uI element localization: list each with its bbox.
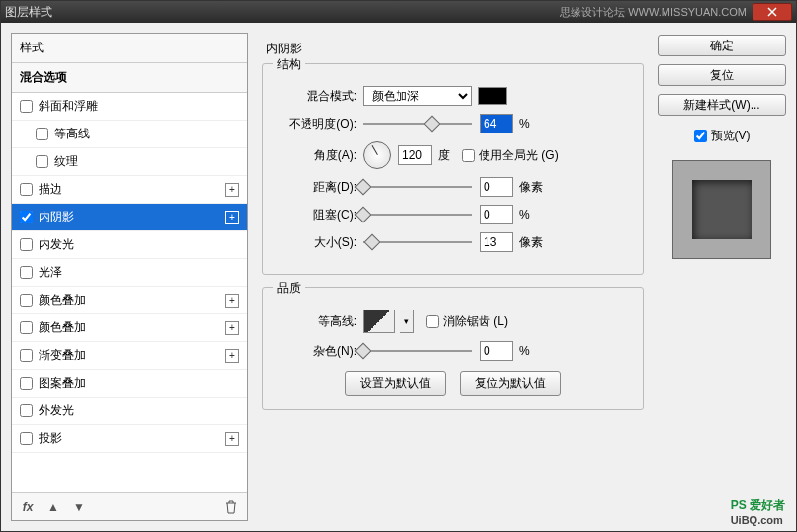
window-credit: 思缘设计论坛 WWW.MISSYUAN.COM	[560, 5, 747, 20]
style-checkbox[interactable]	[20, 211, 33, 223]
plus-icon[interactable]: +	[225, 349, 239, 363]
trash-icon[interactable]	[223, 499, 239, 515]
style-checkbox[interactable]	[20, 432, 33, 445]
distance-input[interactable]	[480, 177, 513, 197]
style-checkbox[interactable]	[20, 183, 33, 196]
style-checkbox[interactable]	[20, 377, 33, 390]
antialias-checkbox[interactable]	[426, 315, 439, 328]
blending-options[interactable]: 混合选项	[12, 63, 247, 93]
fx-label[interactable]: fx	[20, 499, 36, 515]
plus-icon[interactable]: +	[225, 294, 239, 308]
angle-input[interactable]	[398, 145, 432, 165]
style-item[interactable]: 内阴影+	[12, 204, 247, 231]
plus-icon[interactable]: +	[225, 432, 239, 446]
style-item-label: 投影	[39, 430, 225, 447]
preview-box	[672, 160, 771, 259]
global-light-label: 使用全局光 (G)	[479, 147, 559, 164]
style-checkbox[interactable]	[36, 155, 48, 168]
titlebar: 图层样式 思缘设计论坛 WWW.MISSYUAN.COM	[1, 1, 796, 23]
style-item[interactable]: 光泽	[12, 259, 247, 287]
choke-unit: %	[519, 208, 530, 222]
style-item[interactable]: 描边+	[12, 176, 247, 204]
style-item-label: 斜面和浮雕	[39, 98, 239, 115]
style-checkbox[interactable]	[36, 128, 48, 140]
style-checkbox[interactable]	[20, 266, 33, 279]
style-list: 斜面和浮雕等高线纹理描边+内阴影+内发光光泽颜色叠加+颜色叠加+渐变叠加+图案叠…	[12, 93, 247, 492]
style-checkbox[interactable]	[20, 100, 33, 113]
style-item[interactable]: 外发光	[12, 398, 247, 425]
opacity-label: 不透明度(O):	[273, 116, 357, 133]
style-item[interactable]: 颜色叠加+	[12, 314, 247, 342]
styles-footer: fx ▲ ▼	[12, 492, 247, 520]
contour-label: 等高线:	[273, 313, 357, 330]
angle-unit: 度	[438, 147, 450, 164]
preview-checkbox[interactable]	[694, 130, 707, 142]
opacity-unit: %	[519, 117, 530, 131]
styles-panel: 样式 混合选项 斜面和浮雕等高线纹理描边+内阴影+内发光光泽颜色叠加+颜色叠加+…	[11, 33, 248, 521]
noise-label: 杂色(N):	[273, 343, 357, 360]
close-icon	[767, 7, 777, 17]
arrow-up-icon[interactable]: ▲	[45, 499, 61, 515]
size-slider[interactable]	[363, 234, 472, 250]
contour-dropdown[interactable]: ▾	[400, 310, 414, 333]
distance-slider[interactable]	[363, 179, 472, 195]
dialog-body: 样式 混合选项 斜面和浮雕等高线纹理描边+内阴影+内发光光泽颜色叠加+颜色叠加+…	[1, 23, 796, 531]
preview-swatch	[692, 180, 752, 239]
style-item[interactable]: 投影+	[12, 425, 247, 453]
style-checkbox[interactable]	[20, 238, 33, 251]
ok-button[interactable]: 确定	[658, 35, 786, 56]
new-style-button[interactable]: 新建样式(W)...	[658, 94, 786, 116]
distance-label: 距离(D):	[273, 179, 357, 196]
reset-default-button[interactable]: 复位为默认值	[460, 371, 561, 396]
cancel-button[interactable]: 复位	[658, 64, 786, 86]
style-item[interactable]: 斜面和浮雕	[12, 93, 247, 121]
antialias-label: 消除锯齿 (L)	[443, 313, 508, 330]
blend-mode-label: 混合模式:	[273, 88, 357, 105]
noise-slider[interactable]	[363, 343, 472, 359]
make-default-button[interactable]: 设置为默认值	[345, 371, 446, 396]
style-item[interactable]: 纹理	[12, 148, 247, 176]
watermark: PS 爱好者 UiBQ.com	[731, 496, 785, 526]
style-item-label: 纹理	[54, 153, 239, 170]
style-checkbox[interactable]	[20, 404, 33, 417]
style-item-label: 外发光	[39, 402, 239, 419]
style-item[interactable]: 内发光	[12, 231, 247, 259]
window-title: 图层样式	[5, 4, 560, 21]
style-item-label: 光泽	[39, 264, 239, 281]
style-item-label: 描边	[39, 181, 225, 198]
style-item-label: 内阴影	[39, 209, 225, 225]
style-checkbox[interactable]	[20, 294, 33, 307]
style-item[interactable]: 颜色叠加+	[12, 287, 247, 314]
structure-legend: 结构	[273, 56, 305, 73]
style-checkbox[interactable]	[20, 349, 33, 362]
style-item[interactable]: 渐变叠加+	[12, 342, 247, 370]
action-panel: 确定 复位 新建样式(W)... 预览(V)	[658, 33, 786, 521]
style-item-label: 颜色叠加	[39, 319, 225, 336]
shadow-color-swatch[interactable]	[478, 87, 507, 105]
noise-unit: %	[519, 344, 530, 358]
arrow-down-icon[interactable]: ▼	[71, 499, 87, 515]
choke-slider[interactable]	[363, 207, 472, 222]
style-item-label: 图案叠加	[39, 375, 239, 392]
size-input[interactable]	[480, 232, 513, 252]
style-checkbox[interactable]	[20, 321, 33, 334]
styles-header: 样式	[12, 34, 247, 63]
opacity-slider[interactable]	[363, 116, 472, 132]
quality-legend: 品质	[273, 280, 305, 297]
plus-icon[interactable]: +	[225, 321, 239, 335]
angle-dial[interactable]	[363, 141, 391, 169]
blend-mode-select[interactable]: 颜色加深	[363, 86, 472, 106]
size-label: 大小(S):	[273, 234, 357, 251]
plus-icon[interactable]: +	[225, 211, 239, 224]
opacity-input[interactable]	[480, 114, 513, 133]
quality-fieldset: 品质 等高线: ▾ 消除锯齿 (L) 杂色(N): % 设置为默认值 复位为	[262, 287, 644, 410]
style-item-label: 等高线	[54, 126, 239, 142]
contour-swatch[interactable]	[363, 310, 395, 333]
noise-input[interactable]	[480, 341, 513, 361]
style-item[interactable]: 图案叠加	[12, 370, 247, 398]
global-light-checkbox[interactable]	[462, 149, 475, 162]
plus-icon[interactable]: +	[225, 183, 239, 197]
choke-input[interactable]	[480, 205, 513, 224]
style-item[interactable]: 等高线	[12, 121, 247, 148]
close-button[interactable]	[753, 3, 792, 21]
